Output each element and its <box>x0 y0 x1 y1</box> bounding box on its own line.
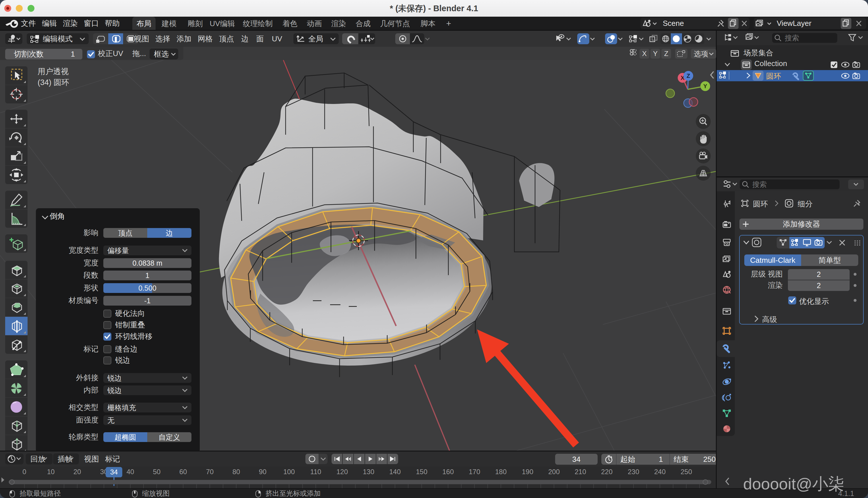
svg-text:Z: Z <box>687 73 690 79</box>
svg-text:Y: Y <box>703 83 707 89</box>
